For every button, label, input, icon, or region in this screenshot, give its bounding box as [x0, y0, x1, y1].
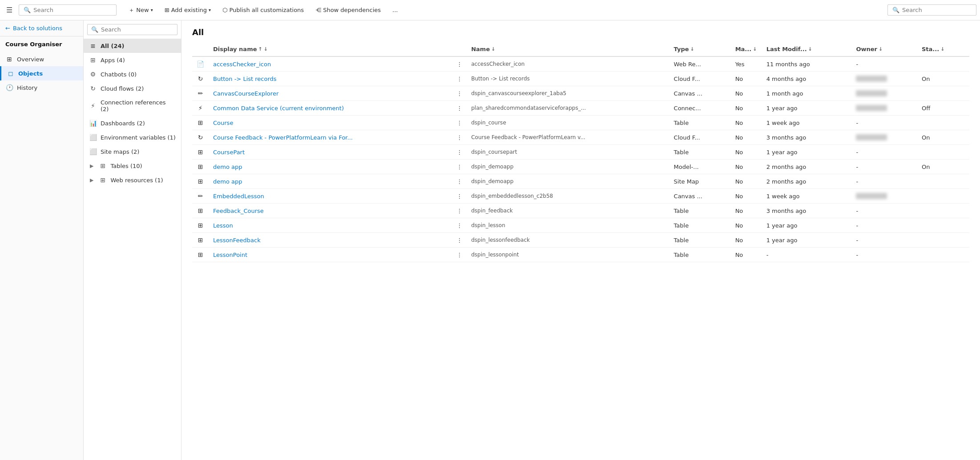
row-menu[interactable]: ⋮ — [452, 56, 467, 72]
managed-cell: No — [731, 204, 762, 218]
sidebar-mid-item-cloud-flows[interactable]: ↻ Cloud flows (2) — [84, 81, 181, 96]
display-name-cell[interactable]: Course Feedback - PowerPlatformLearn via… — [209, 130, 452, 145]
row-menu[interactable]: ⋮ — [452, 204, 467, 218]
back-arrow-icon: ← — [5, 25, 10, 32]
table-row: 📄 accessChecker_icon ⋮ accessChecker_ico… — [192, 56, 969, 72]
sidebar-mid-item-env-vars[interactable]: ⬜ Environment variables (1) — [84, 130, 181, 144]
managed-cell: No — [731, 101, 762, 116]
managed-cell: No — [731, 160, 762, 174]
right-search-input[interactable] — [902, 7, 972, 13]
row-menu[interactable]: ⋮ — [452, 145, 467, 160]
table-row: ↻ Course Feedback - PowerPlatformLearn v… — [192, 130, 969, 145]
owner-cell: - — [851, 204, 917, 218]
th-type[interactable]: Type ↓ — [669, 42, 731, 56]
dashboards-icon: 📊 — [89, 120, 97, 127]
topbar-search[interactable]: 🔍 — [19, 4, 117, 16]
web-resources-expand-icon[interactable]: ▶ — [90, 177, 93, 183]
table-row: ✏ EmbeddedLesson ⋮ dspin_embeddedlesson_… — [192, 189, 969, 204]
th-status[interactable]: Sta... ↓ — [917, 42, 969, 56]
managed-cell: No — [731, 72, 762, 86]
type-sort-icon: ↓ — [690, 46, 694, 52]
name-cell: dspin_embeddedlesson_c2b58 — [467, 189, 669, 204]
mid-search[interactable]: 🔍 — [87, 24, 177, 35]
display-name-cell[interactable]: LessonFeedback — [209, 233, 452, 248]
sidebar-item-overview[interactable]: ⊞ Overview — [0, 52, 83, 66]
sidebar-mid-item-apps[interactable]: ⊞ Apps (4) — [84, 53, 181, 67]
status-cell — [917, 174, 969, 189]
tables-expand-icon[interactable]: ▶ — [90, 163, 93, 169]
type-cell: Cloud F... — [669, 130, 731, 145]
display-name-cell[interactable]: Lesson — [209, 218, 452, 233]
search-input[interactable] — [33, 7, 112, 13]
right-search[interactable]: 🔍 — [887, 4, 976, 16]
display-name-cell[interactable]: LessonPoint — [209, 248, 452, 262]
name-cell: dspin_lessonpoint — [467, 248, 669, 262]
sidebar-mid-item-connection-refs[interactable]: ⚡ Connection references (2) — [84, 96, 181, 116]
row-menu[interactable]: ⋮ — [452, 86, 467, 101]
last-modified-cell: 3 months ago — [762, 204, 852, 218]
sidebar-mid-item-site-maps[interactable]: ⬜ Site maps (2) — [84, 144, 181, 159]
sidebar-mid-item-dashboards[interactable]: 📊 Dashboards (2) — [84, 116, 181, 130]
sidebar-mid-item-web-resources[interactable]: ▶ ⊞ Web resources (1) — [84, 173, 181, 187]
display-name-cell[interactable]: demo app — [209, 174, 452, 189]
row-menu[interactable]: ⋮ — [452, 116, 467, 130]
managed-cell: No — [731, 218, 762, 233]
sidebar-mid-item-all[interactable]: ≡ All (24) — [84, 39, 181, 53]
more-button[interactable]: ... — [387, 4, 403, 16]
name-cell: dspin_lessonfeedback — [467, 233, 669, 248]
row-menu[interactable]: ⋮ — [452, 72, 467, 86]
display-name-cell[interactable]: CanvasCourseExplorer — [209, 86, 452, 101]
display-name-cell[interactable]: CoursePart — [209, 145, 452, 160]
status-cell — [917, 116, 969, 130]
display-name-cell[interactable]: EmbeddedLesson — [209, 189, 452, 204]
display-name-cell[interactable]: Button -> List records — [209, 72, 452, 86]
sidebar-mid-item-chatbots[interactable]: ⚙ Chatbots (0) — [84, 67, 181, 81]
table-row: ⚡ Common Data Service (current environme… — [192, 101, 969, 116]
hamburger-icon[interactable]: ☰ — [4, 3, 15, 17]
display-name-cell[interactable]: Common Data Service (current environment… — [209, 101, 452, 116]
display-name-cell[interactable]: accessChecker_icon — [209, 56, 452, 72]
display-name-cell[interactable]: Course — [209, 116, 452, 130]
sidebar-item-history[interactable]: 🕐 History — [0, 80, 83, 95]
add-existing-icon: ⊞ — [165, 7, 169, 13]
display-name-cell[interactable]: demo app — [209, 160, 452, 174]
name-cell: dspin_demoapp — [467, 160, 669, 174]
owner-cell: - — [851, 233, 917, 248]
row-menu[interactable]: ⋮ — [452, 174, 467, 189]
owner-cell: - — [851, 160, 917, 174]
th-last-modified[interactable]: Last Modif... ↓ — [762, 42, 852, 56]
show-dependencies-button[interactable]: ⋲ Show dependencies — [311, 4, 386, 16]
status-cell: On — [917, 72, 969, 86]
row-menu[interactable]: ⋮ — [452, 160, 467, 174]
app-title: Course Organiser — [0, 36, 83, 52]
row-menu[interactable]: ⋮ — [452, 189, 467, 204]
apps-icon: ⊞ — [89, 56, 97, 64]
add-existing-button[interactable]: ⊞ Add existing ▾ — [160, 4, 216, 16]
row-menu[interactable]: ⋮ — [452, 248, 467, 262]
table-row: ⊞ LessonPoint ⋮ dspin_lessonpoint Table … — [192, 248, 969, 262]
row-menu[interactable]: ⋮ — [452, 233, 467, 248]
type-cell: Site Map — [669, 174, 731, 189]
chevron-down-icon-2: ▾ — [209, 8, 211, 12]
th-owner[interactable]: Owner ↓ — [851, 42, 917, 56]
sidebar-mid-item-tables[interactable]: ▶ ⊞ Tables (10) — [84, 159, 181, 173]
topbar-right: 🔍 — [887, 4, 976, 16]
new-button[interactable]: ＋ New ▾ — [124, 4, 157, 17]
row-menu[interactable]: ⋮ — [452, 101, 467, 116]
row-menu[interactable]: ⋮ — [452, 218, 467, 233]
th-name[interactable]: Name ↓ — [467, 42, 669, 56]
table-row: ⊞ CoursePart ⋮ dspin_coursepart Table No… — [192, 145, 969, 160]
last-modified-cell: 1 week ago — [762, 116, 852, 130]
th-display-name[interactable]: Display name ↑ ↓ — [209, 42, 452, 56]
last-modified-cell: 1 week ago — [762, 189, 852, 204]
publish-button[interactable]: ⬡ Publish all customizations — [218, 4, 309, 16]
owner-cell: - — [851, 116, 917, 130]
display-name-cell[interactable]: Feedback_Course — [209, 204, 452, 218]
back-to-solutions[interactable]: ← Back to solutions — [0, 20, 83, 36]
sort-asc-icon: ↑ — [258, 46, 262, 52]
mid-search-input[interactable] — [101, 26, 173, 33]
row-menu[interactable]: ⋮ — [452, 130, 467, 145]
sidebar-item-objects[interactable]: ◻ Objects — [0, 66, 83, 80]
th-managed[interactable]: Ma... ↓ — [731, 42, 762, 56]
type-cell: Table — [669, 116, 731, 130]
